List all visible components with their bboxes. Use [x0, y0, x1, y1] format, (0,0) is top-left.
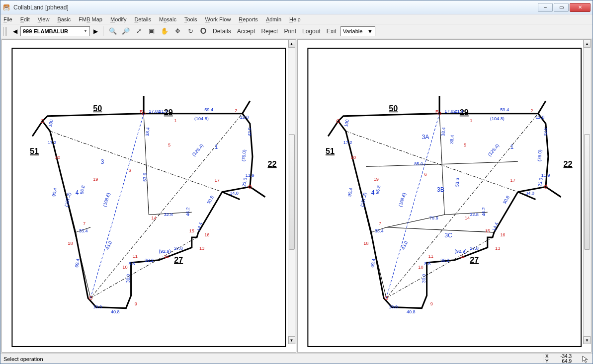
nav-next[interactable]: ▶ [92, 27, 99, 36]
svg-text:27.8: 27.8 [174, 246, 183, 251]
svg-text:43.0: 43.0 [400, 240, 409, 250]
svg-text:100: 100 [48, 119, 54, 128]
zoom-out-icon[interactable]: 🔎 [120, 26, 131, 37]
zoom-extent-icon[interactable]: ⤢ [133, 26, 144, 37]
minimize-button[interactable]: – [538, 3, 553, 12]
svg-line-81 [386, 227, 494, 232]
survey-combo[interactable]: 999 ELAMBALUR▼ [20, 26, 90, 36]
svg-text:86.8: 86.8 [79, 185, 85, 195]
close-button[interactable]: ✕ [570, 3, 591, 12]
menu-admin[interactable]: Admin [266, 16, 281, 22]
menu-help[interactable]: Help [289, 16, 301, 22]
accept-button[interactable]: Accept [235, 28, 257, 35]
svg-text:32.8: 32.8 [470, 212, 479, 217]
menu-workflow[interactable]: Work Flow [205, 16, 231, 22]
pan-icon[interactable]: ✋ [159, 26, 170, 37]
svg-text:(125.4): (125.4) [191, 143, 204, 157]
svg-text:5: 5 [168, 143, 170, 147]
print-button[interactable]: Print [282, 28, 298, 35]
svg-text:(76.0): (76.0) [241, 149, 247, 162]
svg-text:7: 7 [378, 221, 381, 226]
toolbar-grip[interactable] [3, 27, 7, 36]
svg-text:85.0: 85.0 [414, 161, 423, 166]
right-pane: 50 29 51 22 27 3A 3B 3C 4 1 E 1 2 5 6 7 [297, 39, 592, 353]
svg-text:18: 18 [363, 241, 368, 246]
svg-text:16: 16 [204, 232, 209, 237]
svg-text:15: 15 [485, 228, 490, 233]
left-canvas[interactable]: 50 29 51 22 27 3 4 1 E 1 2 5 6 7 [2, 40, 296, 353]
zoom-in-icon[interactable]: 🔍 [107, 26, 118, 37]
svg-text:10: 10 [122, 265, 127, 270]
move-icon[interactable]: ✥ [172, 26, 183, 37]
right-vscroll[interactable]: ▲▼ [583, 40, 591, 344]
svg-text:38.4: 38.4 [145, 127, 151, 137]
menu-details[interactable]: Details [134, 16, 151, 22]
svg-line-83 [538, 101, 545, 113]
svg-text:10: 10 [418, 265, 423, 270]
right-canvas[interactable]: 50 29 51 22 27 3A 3B 3C 4 1 E 1 2 5 6 7 [298, 40, 592, 353]
svg-rect-2 [12, 48, 285, 347]
svg-text:4: 4 [76, 189, 79, 196]
svg-text:17.2: 17.2 [48, 140, 57, 145]
titlebar[interactable]: ☕ CollabLand [pbhead] – ▭ ✕ [0, 0, 593, 14]
svg-text:53.6: 53.6 [142, 173, 148, 182]
menu-file[interactable]: File [3, 16, 12, 22]
variable-combo[interactable]: Variable▼ [340, 26, 375, 36]
svg-text:13: 13 [495, 246, 500, 251]
svg-text:20: 20 [350, 155, 355, 160]
svg-line-15 [90, 114, 144, 298]
svg-text:10.0: 10.0 [93, 304, 102, 309]
menu-modify[interactable]: Modify [110, 16, 126, 22]
svg-text:2: 2 [530, 108, 533, 113]
nav-prev[interactable]: ◀ [11, 27, 18, 36]
svg-text:3: 3 [101, 158, 104, 165]
menu-tools[interactable]: Tools [184, 16, 197, 22]
svg-text:11.9: 11.9 [246, 173, 254, 178]
svg-text:6: 6 [424, 172, 426, 177]
svg-text:12: 12 [164, 254, 169, 259]
svg-text:33.4: 33.4 [374, 228, 383, 233]
svg-text:12.8: 12.8 [535, 115, 544, 120]
svg-text:90.4: 90.4 [347, 188, 353, 198]
svg-text:34.0: 34.0 [525, 191, 534, 196]
svg-text:11.9: 11.9 [541, 173, 550, 178]
svg-text:46.2: 46.2 [481, 207, 486, 216]
circle-icon[interactable]: O [198, 26, 209, 37]
svg-text:2: 2 [235, 108, 237, 113]
maximize-button[interactable]: ▭ [554, 3, 569, 12]
details-button[interactable]: Details [211, 28, 233, 35]
menu-mosaic[interactable]: Mosaic [159, 16, 176, 22]
svg-text:(76.0): (76.0) [536, 149, 542, 162]
svg-text:59.4: 59.4 [204, 107, 213, 112]
svg-line-7 [32, 121, 42, 137]
menu-reports[interactable]: Reports [239, 16, 258, 22]
svg-rect-74 [308, 48, 581, 347]
svg-text:69.4: 69.4 [74, 258, 81, 268]
svg-text:42.0: 42.0 [247, 128, 252, 137]
svg-line-84 [545, 187, 561, 197]
svg-text:16: 16 [500, 232, 505, 237]
svg-text:86.8: 86.8 [375, 185, 381, 195]
svg-text:20: 20 [55, 155, 60, 160]
logout-button[interactable]: Logout [300, 28, 323, 35]
svg-text:(125.4): (125.4) [487, 143, 500, 157]
svg-text:17: 17 [215, 178, 220, 183]
menu-basic[interactable]: Basic [57, 16, 71, 22]
app-icon: ☕ [2, 3, 10, 11]
menu-view[interactable]: View [38, 16, 50, 22]
menu-fmb-map[interactable]: FMB Map [79, 16, 102, 22]
rotate-icon[interactable]: ↻ [185, 26, 196, 37]
reject-button[interactable]: Reject [259, 28, 280, 35]
label-22: 22 [268, 159, 277, 168]
svg-text:50: 50 [389, 104, 398, 113]
svg-line-9 [250, 187, 265, 197]
svg-line-82 [328, 121, 338, 137]
svg-text:9: 9 [135, 302, 137, 307]
svg-text:1: 1 [174, 118, 176, 123]
menu-edit[interactable]: Edit [20, 16, 30, 22]
left-vscroll[interactable]: ▲▼ [288, 40, 296, 344]
exit-button[interactable]: Exit [325, 28, 339, 35]
svg-text:12.8: 12.8 [240, 115, 249, 120]
svg-text:(187.2): (187.2) [359, 192, 367, 207]
zoom-window-icon[interactable]: ▣ [146, 26, 157, 37]
